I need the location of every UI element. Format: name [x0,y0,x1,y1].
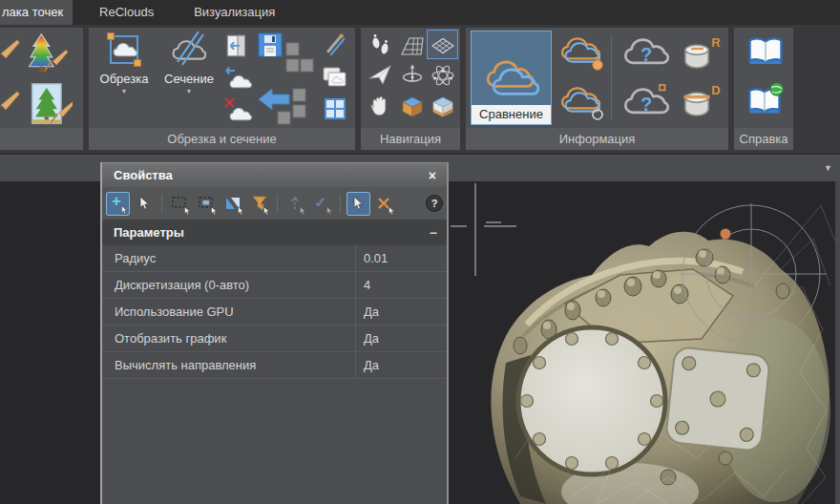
group-label: Справка [734,128,793,150]
clip-box-inside-icon[interactable] [430,93,456,119]
cursor-icon [209,206,219,216]
compass-orbit-dot[interactable] [721,229,731,240]
online-help-book-icon[interactable] [746,81,785,117]
invert-selection-button[interactable] [221,192,245,216]
cursor-icon [387,206,396,216]
cursor-icon [119,205,129,215]
perspective-grid-icon[interactable] [399,32,426,59]
apply-selection-button[interactable]: ✓ [310,192,334,216]
tab-visualization[interactable]: Визуализация [180,0,288,25]
param-value[interactable]: Да [355,352,447,378]
walk-icon[interactable] [367,32,393,58]
app-window: лака точек ReClouds Визуализация [0,0,840,504]
mesh-plane-icon[interactable] [430,32,456,59]
ribbon: Обрезка ▼ Сечение ▼ [0,25,840,153]
restore-cloud-icon[interactable] [223,64,252,91]
tab-point-clouds[interactable]: лака точек [0,0,73,25]
cursor-icon [325,206,334,216]
cursor-icon [262,206,271,216]
pan-hand-icon[interactable] [367,93,393,119]
database-reference-icon[interactable]: R [680,35,722,72]
paint-brush-icon[interactable] [0,37,20,70]
compare-button[interactable]: Сравнение [471,31,552,125]
param-value[interactable]: 4 [355,272,447,298]
point-info-icon[interactable]: ? [621,83,671,121]
database-data-icon[interactable]: D [680,83,722,119]
ribbon-tab-bar: лака точек ReClouds Визуализация [0,0,840,25]
cancel-selection-button[interactable] [373,192,397,216]
clip-box-icon[interactable] [399,93,426,119]
pick-mode-button[interactable] [346,192,370,216]
ribbon-group-crop-section: Обрезка ▼ Сечение ▼ [88,27,356,151]
free-orbit-icon[interactable] [430,62,456,89]
add-selection-button[interactable]: + [106,192,130,216]
compare-clouds-icon [482,57,541,101]
panel-toolbar: + [102,187,447,220]
cloud-info-icon[interactable]: ? [621,35,671,74]
promote-selection-button[interactable] [284,192,307,216]
orbit-icon[interactable] [399,62,426,89]
param-row-show-graph[interactable]: Отобразить график Да [102,326,447,352]
panel-empty-area [102,379,447,504]
param-value[interactable]: Да [355,326,447,351]
export-clip-icon[interactable] [224,32,251,59]
select-button[interactable] [133,192,157,216]
viewport-right-edge [835,181,840,504]
toolbar-separator [277,194,278,213]
panel-title: Свойства [114,168,426,182]
crop-icon [105,30,143,70]
window-select-button[interactable] [195,192,219,216]
help-icon[interactable]: ? [426,195,443,212]
panel-title-bar[interactable]: Свойства × [102,162,447,187]
section-button[interactable]: Сечение ▼ [158,30,220,129]
group-label: Навигация [361,128,460,150]
param-row-discretization[interactable]: Дискретизация (0-авто) 4 [102,272,447,299]
crop-button[interactable]: Обрезка ▼ [93,30,156,129]
param-row-gpu[interactable]: Использование GPU Да [102,299,447,326]
toolbar-separator [340,194,341,213]
ribbon-group-navigation: Навигация [360,27,461,151]
snapshot-cloud-icon[interactable] [321,64,348,91]
group-separator [611,35,612,119]
param-value[interactable]: Да [355,299,447,325]
cursor-icon [350,196,366,211]
svg-text:R: R [711,35,721,50]
delete-cloud-icon[interactable] [223,96,252,123]
param-row-radius[interactable]: Радиус 0.01 [102,245,447,272]
cloud-result-points-icon[interactable] [559,35,605,72]
param-value[interactable]: 0.01 [355,245,447,271]
group-label: Информация [466,128,728,150]
group-label: Обрезка и сечение [89,128,355,150]
fly-icon[interactable] [367,62,393,89]
svg-text:?: ? [640,94,652,115]
help-book-icon[interactable] [746,35,785,68]
rectangle-select-button[interactable] [168,192,192,216]
cursor-icon [236,206,245,216]
section-icon [169,30,209,70]
viewport-window-icon[interactable] [323,96,347,121]
svg-text:?: ? [640,44,652,65]
ribbon-group-coloring [0,27,84,151]
crosshair-cursor [451,183,516,276]
cursor-icon [182,206,192,216]
tab-reclouds[interactable]: ReClouds [86,0,167,25]
param-row-compute-directions[interactable]: Вычислять направления Да [102,352,447,379]
group-label [0,128,83,150]
filter-selection-button[interactable] [248,192,272,216]
cursor-icon [136,196,152,211]
back-clip-state-icon[interactable] [257,87,316,127]
parameters-section-header[interactable]: Параметры − [102,220,447,245]
ribbon-group-information: Сравнение ? ? [465,27,729,151]
chevron-down-icon: ▼ [186,88,193,94]
chevron-down-icon[interactable]: ▼ [824,163,832,173]
save-clip-states-icon[interactable] [257,32,316,85]
close-icon[interactable]: × [426,168,439,183]
measure-slice-icon[interactable] [322,32,347,58]
collapse-icon[interactable]: − [430,225,437,241]
cloud-result-empty-icon[interactable] [559,85,605,121]
paint-brush-icon[interactable] [0,89,20,121]
colorize-tree-classes-icon[interactable] [25,32,69,77]
colorize-tree-rgb-icon[interactable] [29,81,73,129]
svg-text:D: D [711,83,720,97]
chevron-down-icon: ▼ [121,88,128,94]
